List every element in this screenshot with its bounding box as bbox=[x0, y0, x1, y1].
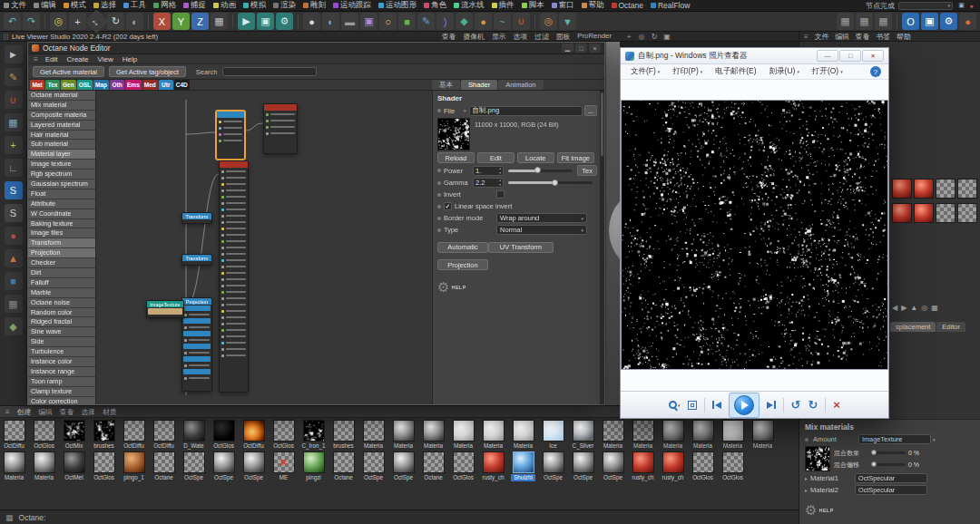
category-tab-tex[interactable]: Tex bbox=[45, 80, 60, 90]
x-axis-icon[interactable]: X bbox=[153, 13, 171, 30]
pan-view-icon[interactable]: + bbox=[624, 33, 633, 41]
material-item[interactable]: OctSpe bbox=[181, 451, 206, 481]
node-type-item[interactable]: Hair material bbox=[28, 131, 95, 141]
power-value-input[interactable]: 1.▲▼ bbox=[473, 166, 504, 176]
viewport-menu-6[interactable]: ProRender bbox=[577, 32, 612, 42]
node-type-item[interactable]: Composite materia bbox=[28, 111, 95, 121]
node-type-item[interactable]: Projection bbox=[28, 248, 95, 258]
node-type-item[interactable]: Material layer bbox=[28, 150, 95, 160]
menubar-item-14[interactable]: 流水线 bbox=[450, 0, 488, 11]
material-item[interactable]: Materia bbox=[32, 451, 56, 481]
move-icon[interactable]: + bbox=[69, 13, 86, 30]
node-type-item[interactable]: Layered material bbox=[28, 121, 95, 131]
pv-menu-1[interactable]: 打印(P)▾ bbox=[666, 66, 709, 77]
render-settings-icon[interactable]: ⚙ bbox=[276, 13, 293, 30]
maximize-button[interactable]: □ bbox=[839, 50, 861, 62]
viewport-menu-4[interactable]: 过滤 bbox=[534, 32, 549, 42]
node-type-item[interactable]: Toon ramp bbox=[28, 377, 95, 387]
actual-size-button[interactable] bbox=[688, 401, 697, 410]
material-item[interactable]: OctGlos bbox=[691, 451, 715, 481]
node-type-item[interactable]: Gaussian spectrum bbox=[28, 180, 95, 189]
hamburger-icon[interactable]: ≡ bbox=[5, 408, 10, 416]
layout-dropdown[interactable]: ▾ bbox=[898, 2, 953, 10]
float-button[interactable]: □ bbox=[575, 44, 587, 53]
menubar-item-19[interactable]: Octane bbox=[608, 1, 647, 10]
viewport-menu-0[interactable]: 查看 bbox=[442, 32, 456, 42]
menubar-item-12[interactable]: 运动图形 bbox=[375, 0, 420, 11]
chevron-down-icon[interactable]: ▾ bbox=[464, 108, 466, 113]
material-menu-3[interactable]: 选择 bbox=[81, 407, 95, 417]
pv-menu-3[interactable]: 刻录(U)▾ bbox=[763, 66, 806, 77]
automatic-button[interactable]: Automatic bbox=[437, 242, 488, 253]
dock-menu-4[interactable]: 帮助 bbox=[897, 32, 911, 42]
get-active-button-1[interactable]: Get Active tag/object bbox=[109, 66, 186, 77]
node-type-item[interactable]: Color correction bbox=[28, 397, 95, 404]
axis-lock-icon[interactable]: + bbox=[5, 136, 23, 154]
material-item[interactable]: pingo_1 bbox=[122, 451, 146, 481]
zoom-button[interactable]: ▾ bbox=[669, 401, 681, 409]
minimize-button[interactable]: — bbox=[817, 50, 838, 62]
gamma-value-input[interactable]: 2.2▲▼ bbox=[473, 178, 504, 188]
tex-button[interactable]: Tex bbox=[577, 165, 597, 176]
layout-grid-3-icon[interactable]: ▦ bbox=[875, 13, 892, 30]
anim-dot-icon[interactable] bbox=[437, 109, 441, 112]
dock-tab-0[interactable]: splacement bbox=[890, 322, 936, 332]
viewport-menu-5[interactable]: 面板 bbox=[556, 32, 571, 42]
material-item[interactable]: OctGlos bbox=[720, 451, 745, 481]
material-item[interactable]: Materia bbox=[601, 420, 625, 450]
anim-dot-icon[interactable] bbox=[437, 217, 441, 220]
octane-camera-icon[interactable]: ▣ bbox=[921, 13, 938, 30]
node-editor-menu-3[interactable]: Help bbox=[122, 55, 137, 63]
live-selection-icon[interactable]: ◎ bbox=[50, 13, 67, 30]
material-preview[interactable] bbox=[936, 179, 956, 199]
mirror-icon[interactable]: ▦ bbox=[5, 113, 23, 131]
gamma-slider[interactable] bbox=[508, 181, 593, 184]
category-tab-c4d[interactable]: C4D bbox=[174, 80, 190, 90]
menubar-item-4[interactable]: 工具 bbox=[120, 0, 150, 11]
octane-live-viewer-icon[interactable]: O bbox=[902, 13, 919, 30]
layout-grid-icon[interactable]: ▦ bbox=[837, 13, 854, 30]
material-item[interactable]: Materia bbox=[631, 420, 655, 450]
material-item[interactable]: OctDiffu bbox=[2, 420, 26, 450]
file-browse-button[interactable]: ... bbox=[584, 105, 597, 116]
material-item[interactable]: Materia bbox=[691, 420, 715, 450]
material-item[interactable]: Materia bbox=[391, 420, 416, 450]
material-item[interactable]: OctGlos bbox=[92, 451, 116, 481]
material-item[interactable]: C_Iron_1 bbox=[301, 420, 326, 450]
rotate-icon[interactable]: ↻ bbox=[107, 13, 124, 30]
cube-tool-icon[interactable]: ■ bbox=[5, 272, 23, 290]
panel-layout-icon[interactable]: ▣ bbox=[956, 1, 966, 11]
type-select[interactable]: Normal▾ bbox=[496, 225, 587, 235]
octane-material-icon[interactable]: ● bbox=[5, 227, 23, 245]
amount-texture-button[interactable]: ImageTexture bbox=[858, 434, 931, 444]
material-item[interactable]: OctSpe bbox=[541, 451, 565, 481]
select-arrow-icon[interactable]: ► bbox=[5, 45, 23, 63]
scrollbar[interactable] bbox=[600, 91, 604, 404]
node-type-item[interactable]: Sub material bbox=[28, 140, 95, 150]
dock-tab-1[interactable]: Editor bbox=[936, 322, 965, 332]
category-tab-med[interactable]: Med bbox=[142, 80, 158, 90]
material-item[interactable]: rusty_ch bbox=[631, 451, 655, 481]
octane-settings-icon[interactable]: ⚙ bbox=[940, 13, 957, 30]
up-icon[interactable]: ▲ bbox=[910, 304, 917, 312]
spline-pen-icon[interactable]: ✎ bbox=[417, 13, 435, 30]
node-editor-menu-2[interactable]: View bbox=[97, 55, 113, 63]
snap-icon[interactable]: ▼ bbox=[559, 13, 576, 30]
node-type-item[interactable]: Image texture bbox=[28, 160, 95, 170]
linear-invert-checkbox[interactable]: ✓ bbox=[444, 202, 452, 210]
dock-menu-2[interactable]: 查看 bbox=[856, 32, 870, 42]
material-item[interactable]: Materia bbox=[720, 420, 745, 450]
mix-param-row-0[interactable]: 混合数量0 % bbox=[834, 449, 975, 458]
node-type-item[interactable]: Attribute bbox=[28, 199, 95, 209]
material-item[interactable]: Materia bbox=[451, 420, 475, 450]
node-type-item[interactable]: Rgb spectrum bbox=[28, 170, 95, 180]
zoom-view-icon[interactable]: ◎ bbox=[637, 33, 646, 41]
cube-icon[interactable]: ■ bbox=[398, 13, 416, 30]
menubar-item-3[interactable]: 选择 bbox=[90, 0, 120, 11]
anim-dot-icon[interactable] bbox=[437, 181, 441, 185]
material-preview[interactable] bbox=[936, 203, 956, 223]
material-item[interactable]: brushes bbox=[92, 420, 116, 450]
category-tab-utr[interactable]: Utr bbox=[159, 80, 173, 90]
menubar-item-16[interactable]: 脚本 bbox=[518, 0, 548, 11]
substance-icon[interactable]: S bbox=[5, 181, 23, 199]
